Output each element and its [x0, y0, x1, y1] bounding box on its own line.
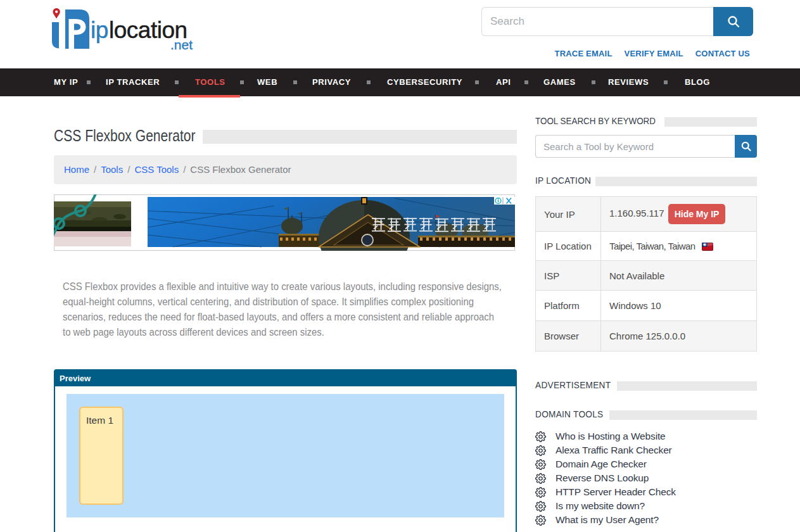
svg-text:ip: ip — [91, 17, 108, 43]
svg-text:.net: .net — [170, 37, 193, 52]
